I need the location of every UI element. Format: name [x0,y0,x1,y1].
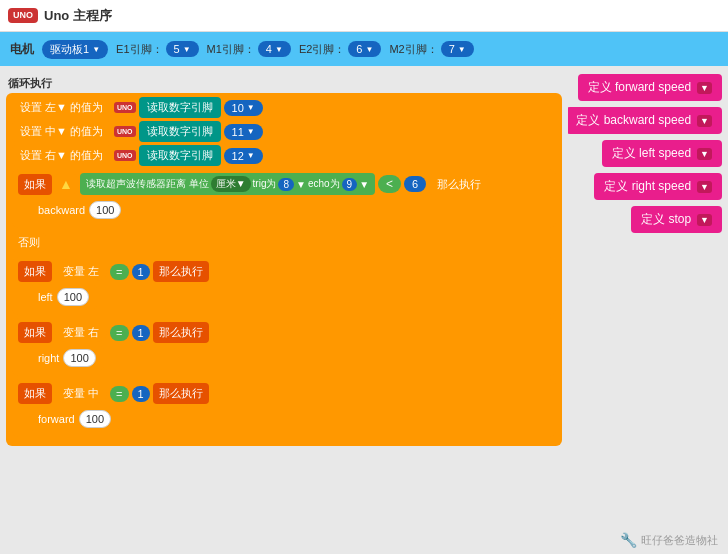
m2-dropdown[interactable]: 7 [441,41,474,57]
unit-dropdown[interactable]: 厘米▼ [211,176,251,192]
loop-label: 循环执行 [6,76,562,91]
dist-val-block: 6 [404,176,426,192]
right-sub: right 100 [30,346,550,370]
ultrasonic-block[interactable]: 读取超声波传感器距离 单位 厘米▼ trig为 8▼ echo为 9▼ [80,173,375,195]
if-right-row: 如果 变量 右 = 1 那么执行 [18,322,550,343]
val2-block: 1 [132,325,150,341]
def-forward-speed[interactable]: 定义 forward speed [578,74,722,101]
set-variables-container: 设置 左▼ 的值为 UNO 读取数字引脚 10 设置 中▼ 的值为 UNO 读取… [6,93,562,446]
less-than-block: < [378,175,401,193]
then-label: 那么执行 [429,174,489,195]
left-block[interactable]: left 100 [30,285,97,309]
pin10-dropdown[interactable]: 10 [224,100,263,116]
then4-label: 那么执行 [153,383,209,404]
blocks-area: 循环执行 设置 左▼ 的值为 UNO 读取数字引脚 10 设置 中▼ 的值为 U… [0,66,568,554]
read-pin-left[interactable]: 读取数字引脚 [139,97,221,118]
workspace: 循环执行 设置 左▼ 的值为 UNO 读取数字引脚 10 设置 中▼ 的值为 U… [0,66,728,554]
if4-label: 如果 [18,383,52,404]
if-label: 如果 [18,174,52,195]
uno-icon-mid: UNO [114,126,136,137]
m1-label: M1引脚： [207,42,255,57]
var-right-block: 变量 右 [55,323,107,342]
read-pin-right[interactable]: 读取数字引脚 [139,145,221,166]
set-right-row: 设置 右▼ 的值为 UNO 读取数字引脚 12 [12,145,556,166]
right-val[interactable]: 100 [63,349,95,367]
forward-sub: forward 100 [30,407,550,431]
set-left-block[interactable]: 设置 左▼ 的值为 [12,97,111,118]
main-container: UNO Uno 主程序 电机 驱动板1 E1引脚： 5 M1引脚： 4 E2引脚… [0,0,728,554]
eq2-block: = [110,325,128,341]
sensor-icon-block: ▲ [55,174,77,194]
var-mid-block: 变量 中 [55,384,107,403]
pin12-dropdown[interactable]: 12 [224,148,263,164]
left-val[interactable]: 100 [57,288,89,306]
m2-item: M2引脚： 7 [389,41,473,57]
read-pin-mid[interactable]: 读取数字引脚 [139,121,221,142]
m2-label: M2引脚： [389,42,437,57]
trig-dropdown[interactable]: 8 [278,178,294,191]
driver-dropdown[interactable]: 驱动板1 [42,40,108,59]
set-left-row: 设置 左▼ 的值为 UNO 读取数字引脚 10 [12,97,556,118]
if-mid-row: 如果 变量 中 = 1 那么执行 [18,383,550,404]
header-title: Uno 主程序 [44,7,112,25]
if-right-outer: 如果 变量 右 = 1 那么执行 right 100 [12,318,556,376]
watermark: 🔧 旺仔爸爸造物社 [620,532,718,548]
uno-badge: UNO [8,8,38,23]
e2-item: E2引脚： 6 [299,41,382,57]
def-left-speed[interactable]: 定义 left speed [602,140,722,167]
if-ultrasonic-row: 如果 ▲ 读取超声波传感器距离 单位 厘米▼ trig为 8▼ echo为 9▼ [18,173,550,195]
e2-dropdown[interactable]: 6 [348,41,381,57]
backward-block[interactable]: backward 100 [30,198,129,222]
pin11-dropdown[interactable]: 11 [224,124,263,140]
val3-block: 1 [132,386,150,402]
m1-dropdown[interactable]: 4 [258,41,291,57]
set-right-block[interactable]: 设置 右▼ 的值为 [12,145,111,166]
motor-bar: 电机 驱动板1 E1引脚： 5 M1引脚： 4 E2引脚： 6 M2引脚： 7 [0,32,728,66]
header-bar: UNO Uno 主程序 [0,0,728,32]
then2-label: 那么执行 [153,261,209,282]
right-block[interactable]: right 100 [30,346,104,370]
forward-block[interactable]: forward 100 [30,407,119,431]
backward-sub: backward 100 [30,198,550,222]
then3-label: 那么执行 [153,322,209,343]
watermark-icon: 🔧 [620,532,637,548]
if-left-outer: 如果 变量 左 = 1 那么执行 left 100 [12,257,556,315]
set-mid-block[interactable]: 设置 中▼ 的值为 [12,121,111,142]
forward-val[interactable]: 100 [79,410,111,428]
e1-dropdown[interactable]: 5 [166,41,199,57]
driver-item: 驱动板1 [42,40,108,59]
e1-item: E1引脚： 5 [116,41,199,57]
left-sub: left 100 [30,285,550,309]
e1-label: E1引脚： [116,42,162,57]
e2-label: E2引脚： [299,42,345,57]
else-label: 否则 [12,233,46,252]
uno-icon-left: UNO [114,102,136,113]
right-panel: 定义 forward speed 定义 backward speed 定义 le… [568,66,728,554]
m1-item: M1引脚： 4 [207,41,291,57]
def-right-speed[interactable]: 定义 right speed [594,173,722,200]
if-ultrasonic-outer: 如果 ▲ 读取超声波传感器距离 单位 厘米▼ trig为 8▼ echo为 9▼ [12,169,556,228]
var-left-block: 变量 左 [55,262,107,281]
set-mid-row: 设置 中▼ 的值为 UNO 读取数字引脚 11 [12,121,556,142]
eq1-block: = [110,264,128,280]
if-left-row: 如果 变量 左 = 1 那么执行 [18,261,550,282]
eq3-block: = [110,386,128,402]
uno-icon-right: UNO [114,150,136,161]
val1-block: 1 [132,264,150,280]
def-stop[interactable]: 定义 stop [631,206,722,233]
def-backward-speed[interactable]: 定义 backward speed [566,107,722,134]
else-row: 否则 [12,231,556,254]
if3-label: 如果 [18,322,52,343]
if2-label: 如果 [18,261,52,282]
motor-label: 电机 [10,41,34,58]
if-mid-outer: 如果 变量 中 = 1 那么执行 forward 100 [12,379,556,437]
echo-dropdown[interactable]: 9 [342,178,358,191]
watermark-text: 旺仔爸爸造物社 [641,533,718,548]
backward-val[interactable]: 100 [89,201,121,219]
